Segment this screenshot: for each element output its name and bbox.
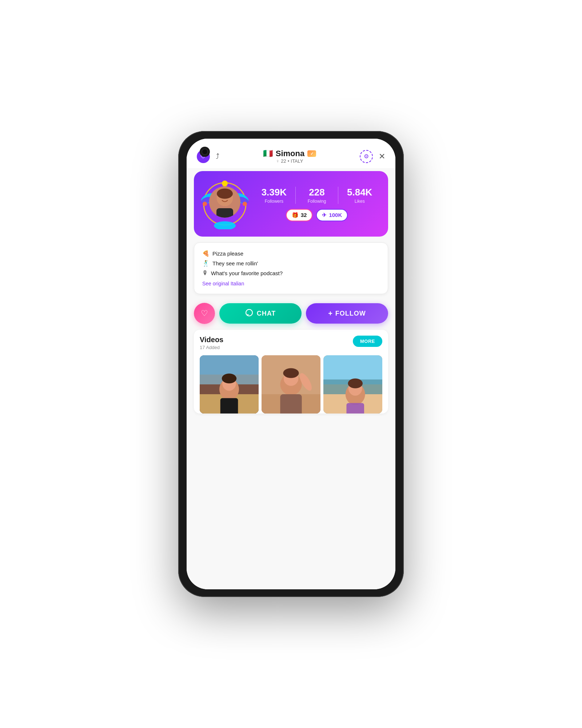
gifts-count: 32 <box>301 212 307 218</box>
bio-line-2: 🕺 They see me rollin' <box>202 260 380 267</box>
share-icon: ⤴ <box>216 152 219 160</box>
share-button[interactable]: ⤴ <box>216 152 219 161</box>
svg-point-38 <box>348 379 363 388</box>
video-thumbnail-3[interactable] <box>323 355 382 414</box>
svg-rect-14 <box>216 208 233 218</box>
country-flag: 🇮🇹 <box>263 149 273 158</box>
follow-button[interactable]: + FOLLOW <box>306 303 388 324</box>
bio-text-1: Pizza please <box>212 250 243 257</box>
age-text: 22 <box>281 158 286 164</box>
bio-text-2: They see me rollin' <box>212 260 258 266</box>
coins-count: 100K <box>329 212 342 218</box>
header-center: 🇮🇹 Simona ✓ ♀ 22 • ITALY <box>219 149 360 164</box>
bio-emoji-2: 🕺 <box>202 260 210 267</box>
chat-button-label: CHAT <box>257 310 276 317</box>
front-camera <box>200 147 210 157</box>
followers-value: 3.39K <box>256 187 292 198</box>
svg-rect-22 <box>220 398 238 414</box>
bio-line-3: 🎙 What's your favorite podcast? <box>202 270 380 276</box>
stats-right: 3.39K Followers 228 Following 5.84K Like… <box>253 187 381 221</box>
video-thumbnail-1[interactable] <box>200 355 259 414</box>
coins-badge-button[interactable]: ✈ 100K <box>316 209 348 221</box>
videos-header: Videos 17 Added MORE <box>200 336 382 350</box>
stats-banner: 3.39K Followers 228 Following 5.84K Like… <box>194 171 388 237</box>
svg-point-13 <box>217 189 233 199</box>
svg-point-8 <box>203 202 207 206</box>
translate-link[interactable]: See original Italian <box>202 281 380 286</box>
close-button[interactable]: ✕ <box>379 152 385 161</box>
phone-device: 🛡 ⤴ 🇮🇹 Simona ✓ ♀ 22 • <box>178 131 404 597</box>
bio-emoji-3: 🎙 <box>202 270 208 276</box>
bio-text-3: What's your favorite podcast? <box>211 270 283 276</box>
country-text: ITALY <box>291 158 303 164</box>
username-row: 🇮🇹 Simona ✓ <box>219 149 360 158</box>
chat-button[interactable]: CHAT <box>219 303 302 324</box>
followers-label: Followers <box>256 199 292 204</box>
svg-point-9 <box>243 202 247 206</box>
user-subtitle: ♀ 22 • ITALY <box>219 158 360 164</box>
screen-content: 🛡 ⤴ 🇮🇹 Simona ✓ ♀ 22 • <box>187 139 395 589</box>
likes-stat: 5.84K Likes <box>338 187 381 204</box>
video-thumbnail-2[interactable] <box>262 355 320 414</box>
like-button[interactable]: ♡ <box>194 303 215 324</box>
gifts-icon: 🎁 <box>292 212 299 218</box>
follow-button-label: FOLLOW <box>335 310 366 317</box>
verified-badge: ✓ <box>307 150 316 157</box>
videos-section: Videos 17 Added MORE <box>194 330 388 414</box>
gender-icon: ♀ <box>276 158 280 164</box>
profile-header: 🛡 ⤴ 🇮🇹 Simona ✓ ♀ 22 • <box>187 139 395 168</box>
phone-screen: 🛡 ⤴ 🇮🇹 Simona ✓ ♀ 22 • <box>187 139 395 589</box>
chat-bubble-icon <box>245 309 253 318</box>
stats-numbers: 3.39K Followers 228 Following 5.84K Like… <box>253 187 381 204</box>
follow-plus-icon: + <box>328 309 332 318</box>
coins-icon: ✈ <box>322 212 327 218</box>
header-right-actions: ⚙ ✕ <box>360 150 385 163</box>
more-videos-button[interactable]: MORE <box>353 336 382 347</box>
svg-rect-36 <box>346 403 364 414</box>
bio-card: 🍕 Pizza please 🕺 They see me rollin' 🎙 W… <box>194 242 388 294</box>
video-thumbnails <box>200 355 382 414</box>
videos-count: 17 Added <box>200 345 223 350</box>
following-stat: 228 Following <box>296 187 339 204</box>
action-row: ♡ CHAT + FOLLOW <box>187 300 395 330</box>
avatar-photo <box>209 186 240 218</box>
likes-label: Likes <box>341 199 378 204</box>
svg-rect-28 <box>280 394 302 414</box>
username-text: Simona <box>276 149 304 158</box>
settings-icon: ⚙ <box>364 153 369 160</box>
close-icon: ✕ <box>379 152 385 161</box>
likes-value: 5.84K <box>341 187 378 198</box>
videos-title: Videos <box>200 336 223 344</box>
following-label: Following <box>299 199 335 204</box>
heart-icon: ♡ <box>201 309 208 318</box>
svg-point-5 <box>214 221 236 229</box>
gifts-badge-button[interactable]: 🎁 32 <box>286 209 313 221</box>
followers-stat: 3.39K Followers <box>253 187 296 204</box>
svg-point-24 <box>222 373 237 383</box>
svg-point-30 <box>283 368 299 378</box>
bio-line-1: 🍕 Pizza please <box>202 250 380 257</box>
following-value: 228 <box>299 187 335 198</box>
settings-button[interactable]: ⚙ <box>360 150 373 163</box>
bio-emoji-1: 🍕 <box>202 250 210 257</box>
svg-point-16 <box>246 309 252 316</box>
avatar-container <box>201 178 248 229</box>
videos-title-block: Videos 17 Added <box>200 336 223 350</box>
stats-badges: 🎁 32 ✈ 100K <box>253 209 381 221</box>
